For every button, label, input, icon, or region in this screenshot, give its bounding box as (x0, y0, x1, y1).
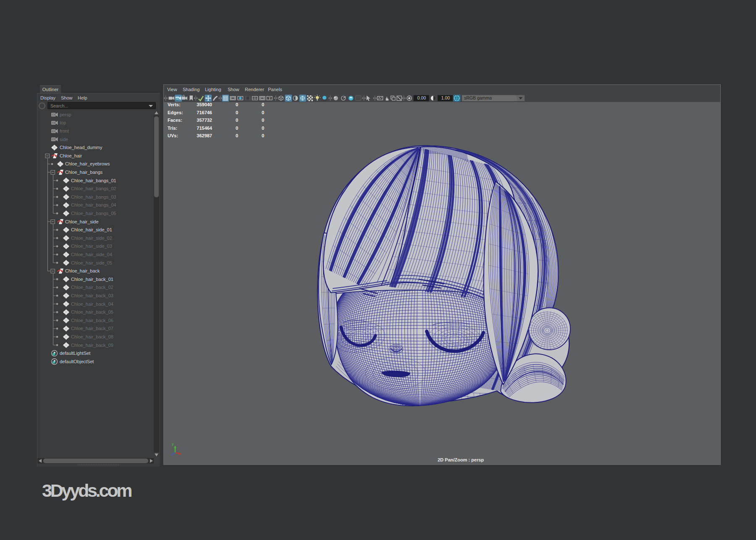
svg-text:Chloe_hair_bangs: Chloe_hair_bangs (65, 170, 103, 175)
svg-text:0: 0 (236, 126, 238, 131)
svg-text:Verts:: Verts: (168, 102, 181, 107)
svg-text:Chloe_hair_back_09: Chloe_hair_back_09 (71, 343, 113, 348)
svg-text:Chloe_hair_side_04: Chloe_hair_side_04 (71, 252, 112, 257)
svg-text:0: 0 (236, 118, 238, 123)
svg-text:side: side (60, 137, 68, 142)
svg-text:Chloe_hair: Chloe_hair (60, 153, 82, 158)
svg-text:Chloe_hair_bangs_04: Chloe_hair_bangs_04 (71, 202, 116, 207)
svg-text:Chloe_head_dummy: Chloe_head_dummy (60, 145, 102, 150)
svg-text:Chloe_hair_bangs_01: Chloe_hair_bangs_01 (71, 178, 116, 183)
svg-text:Chloe_hair_bangs_03: Chloe_hair_bangs_03 (71, 194, 116, 199)
svg-text:0: 0 (236, 102, 238, 107)
svg-text:715464: 715464 (197, 126, 213, 131)
svg-text:Chloe_hair_back_05: Chloe_hair_back_05 (71, 309, 113, 315)
svg-text:716746: 716746 (197, 110, 212, 115)
svg-text:0.00: 0.00 (417, 95, 426, 100)
svg-text:Chloe_hair_back_08: Chloe_hair_back_08 (71, 334, 113, 339)
svg-text:0: 0 (262, 118, 264, 123)
svg-text:Chloe_hair_side_05: Chloe_hair_side_05 (71, 260, 112, 265)
svg-text:0: 0 (262, 110, 264, 115)
svg-text:persp: persp (60, 112, 71, 117)
svg-text:Chloe_hair_back_02: Chloe_hair_back_02 (71, 285, 113, 290)
svg-text:Chloe_hair_back_01: Chloe_hair_back_01 (71, 277, 113, 282)
svg-text:359040: 359040 (197, 102, 212, 107)
svg-text:0: 0 (262, 126, 264, 131)
svg-text:Chloe_hair_back_03: Chloe_hair_back_03 (71, 293, 113, 298)
svg-text:Chloe_hair_side: Chloe_hair_side (65, 219, 99, 224)
svg-text:0: 0 (236, 110, 238, 115)
svg-text:Edges:: Edges: (168, 110, 183, 115)
svg-text:y: y (172, 442, 174, 446)
svg-text:Chloe_hair_back_06: Chloe_hair_back_06 (71, 318, 113, 323)
svg-text:0: 0 (262, 133, 264, 138)
svg-text:top: top (60, 120, 66, 125)
svg-text:357732: 357732 (197, 118, 212, 123)
svg-text:Chloe_hair_back_04: Chloe_hair_back_04 (71, 301, 113, 307)
svg-text:UVs:: UVs: (168, 133, 178, 138)
svg-text:B: B (176, 97, 178, 100)
svg-text:362987: 362987 (197, 133, 212, 138)
svg-text:0: 0 (236, 133, 238, 138)
svg-text:Faces:: Faces: (168, 118, 182, 123)
svg-text:1.00: 1.00 (441, 95, 450, 100)
svg-text:Chloe_hair_back_07: Chloe_hair_back_07 (71, 326, 113, 331)
svg-text:Chloe_hair_bangs_02: Chloe_hair_bangs_02 (71, 186, 116, 191)
svg-text:T: T (269, 97, 271, 100)
svg-text:Chloe_hair_side_01: Chloe_hair_side_01 (71, 227, 112, 232)
svg-text:Chloe_hair_eyebrows: Chloe_hair_eyebrows (65, 161, 110, 166)
svg-text:defaultLightSet: defaultLightSet (60, 351, 90, 356)
svg-text:defaultObjectSet: defaultObjectSet (60, 359, 94, 364)
svg-text:front: front (60, 128, 69, 134)
svg-text:0: 0 (262, 102, 264, 107)
svg-text:Chloe_hair_side_02: Chloe_hair_side_02 (71, 236, 112, 241)
svg-text:sRGB gamma: sRGB gamma (464, 95, 492, 100)
svg-text:Chloe_hair_side_03: Chloe_hair_side_03 (71, 244, 112, 249)
svg-text:Tris:: Tris: (168, 126, 177, 131)
svg-text:Chloe_hair_bangs_05: Chloe_hair_bangs_05 (71, 211, 116, 216)
svg-text:Chloe_hair_back: Chloe_hair_back (65, 268, 100, 273)
